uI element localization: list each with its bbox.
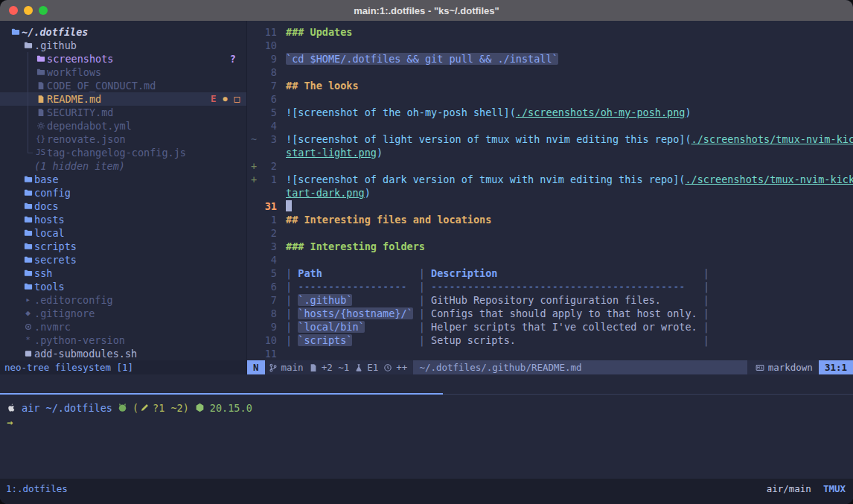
gutter-sign	[247, 25, 259, 39]
indent-guide	[22, 159, 34, 173]
gutter-sign	[247, 66, 259, 79]
tree-item-workflows[interactable]: workflows	[0, 66, 246, 79]
gutter-sign	[247, 213, 259, 226]
tree-item-local[interactable]: local	[0, 226, 246, 240]
tree-item-editorconfig[interactable]: ▸.editorconfig	[0, 293, 246, 307]
tree-item-label: ~/.dotfiles	[22, 25, 88, 39]
tree-item-secrets[interactable]: secrets	[0, 253, 246, 267]
line-number: 6	[259, 280, 277, 293]
editor-line[interactable]: 10	[247, 39, 853, 52]
tree-item-security-md[interactable]: SECURITY.md	[0, 106, 246, 119]
line-text: start-light.png)	[277, 146, 853, 159]
tree-item-add-submodules-sh[interactable]: add-submodules.sh	[0, 347, 246, 360]
line-text: ### Interesting folders	[277, 240, 853, 253]
tree-item-tools[interactable]: tools	[0, 280, 246, 293]
tree-item-dependabot-yml[interactable]: dependabot.yml	[0, 119, 246, 133]
tmux-host-branch: air/main	[767, 482, 811, 496]
tree-item-label: screenshots	[47, 52, 113, 66]
tree-item-python-version[interactable]: *.python-version	[0, 334, 246, 347]
editor-line[interactable]: 7## The looks	[247, 79, 853, 92]
tree-item-label: CODE_OF_CONDUCT.md	[47, 79, 156, 92]
line-text: ![screenshot of dark version of tmux wit…	[277, 173, 853, 186]
gutter-sign: ~	[247, 133, 259, 146]
editor-line[interactable]: tart-dark.png)	[247, 186, 853, 200]
editor-line[interactable]: 4	[247, 119, 853, 133]
line-text: ## The looks	[277, 79, 853, 92]
editor-line[interactable]: 5| Path | Description |	[247, 267, 853, 280]
tree-item-ssh[interactable]: ssh	[0, 267, 246, 280]
editor-buffer[interactable]: 11### Updates109`cd $HOME/.dotfiles && g…	[247, 21, 853, 360]
editor-line[interactable]: 31	[247, 200, 853, 213]
line-number: 4	[259, 119, 277, 133]
folder-icon	[22, 41, 34, 50]
line-number: 11	[259, 25, 277, 39]
editor-line[interactable]: 9| `local/bin` | Helper scripts that I'v…	[247, 320, 853, 334]
gear-icon	[34, 121, 47, 130]
editor-line[interactable]: 8| `hosts/{hostname}/` | Configs that sh…	[247, 307, 853, 320]
tree-item-scripts[interactable]: scripts	[0, 240, 246, 253]
editor-line[interactable]: 9`cd $HOME/.dotfiles && git pull && ./in…	[247, 52, 853, 66]
line-text: ![screenshot of the oh-my-posh shell](./…	[277, 106, 853, 119]
line-number: 1	[259, 213, 277, 226]
editor-line[interactable]: 4	[247, 253, 853, 267]
editor-line[interactable]: 8	[247, 66, 853, 79]
tree-item-screenshots[interactable]: screenshots?	[0, 52, 246, 66]
command-line-area[interactable]	[0, 374, 853, 393]
editor-line[interactable]: 3### Interesting folders	[247, 240, 853, 253]
tree-item-code-of-conduct-md[interactable]: CODE_OF_CONDUCT.md	[0, 79, 246, 92]
tree-item-label: tag-changelog-config.js	[47, 146, 186, 159]
editor-line[interactable]: start-light.png)	[247, 146, 853, 159]
tree-item-docs[interactable]: docs	[0, 200, 246, 213]
tree-item-label: docs	[34, 200, 59, 213]
line-number: 10	[259, 39, 277, 52]
tree-item-renovate-json[interactable]: {}renovate.json	[0, 133, 246, 146]
tree-item-base[interactable]: base	[0, 173, 246, 186]
editor-line[interactable]: 6| ------------------ | ----------------…	[247, 280, 853, 293]
tree-item-1-hidden-item[interactable]: (1 hidden item)	[0, 159, 246, 173]
line-text	[277, 92, 853, 106]
tree-item-label: .editorconfig	[34, 293, 113, 307]
editor-pane[interactable]: 11### Updates109`cd $HOME/.dotfiles && g…	[247, 21, 853, 374]
tree-item-label: .github	[34, 39, 77, 52]
editor-line[interactable]: 2	[247, 226, 853, 240]
line-text	[277, 39, 853, 52]
line-text	[277, 119, 853, 133]
editor-line[interactable]: 11### Updates	[247, 25, 853, 39]
editor-line[interactable]: 1## Interesting files and locations	[247, 213, 853, 226]
line-number: 7	[259, 293, 277, 307]
tree-item-label: .nvmrc	[34, 320, 71, 334]
diagnostic-error-marker: E	[211, 92, 217, 106]
editor-line[interactable]: 7| `.github` | GitHub Repository configu…	[247, 293, 853, 307]
shell-pane[interactable]: air ~/.dotfiles ( ?1 ~2) 20.15.0 →	[0, 395, 853, 479]
tree-item-nvmrc[interactable]: .nvmrc	[0, 320, 246, 334]
line-text: | `.github` | GitHub Repository configur…	[277, 293, 853, 307]
editor-line[interactable]: 11	[247, 347, 853, 360]
editor-line[interactable]: +1![screenshot of dark version of tmux w…	[247, 173, 853, 186]
statusline: N main +2 ~1 E1 ++	[247, 360, 853, 374]
folder-icon	[34, 54, 47, 63]
gutter-sign	[247, 52, 259, 66]
filetype: markdown	[768, 361, 813, 374]
tree-item-config[interactable]: config	[0, 186, 246, 200]
git-status: ?1 ~2)	[153, 401, 189, 415]
tree-item-dotfiles[interactable]: ~/.dotfiles	[0, 25, 246, 39]
gutter-sign	[247, 320, 259, 334]
line-number: 10	[259, 334, 277, 347]
tree-item-readme-md[interactable]: README.mdE●□	[0, 92, 246, 106]
prompt-arrow: →	[7, 415, 13, 429]
tree-item-gitignore[interactable]: ◆.gitignore	[0, 307, 246, 320]
tree-item-hosts[interactable]: hosts	[0, 213, 246, 226]
line-text: ![screenshot of light version of tmux wi…	[277, 133, 853, 146]
line-number: 5	[259, 106, 277, 119]
terminal-window: main:1:.dotfiles - "ks~/.dotfiles" ~/.do…	[0, 0, 853, 504]
titlebar[interactable]: main:1:.dotfiles - "ks~/.dotfiles"	[0, 0, 853, 21]
editor-line[interactable]: 5![screenshot of the oh-my-posh shell](.…	[247, 106, 853, 119]
tmux-session-tab[interactable]: 1:.dotfiles	[6, 482, 68, 496]
editor-line[interactable]: 6	[247, 92, 853, 106]
editor-line[interactable]: 10| `scripts` | Setup scripts. |	[247, 334, 853, 347]
editor-line[interactable]: ~3![screenshot of light version of tmux …	[247, 133, 853, 146]
tree-item-tag-changelog-config-js[interactable]: JStag-changelog-config.js	[0, 146, 246, 159]
tree-item-github[interactable]: .github	[0, 39, 246, 52]
gutter-sign	[247, 226, 259, 240]
editor-line[interactable]: +2	[247, 159, 853, 173]
